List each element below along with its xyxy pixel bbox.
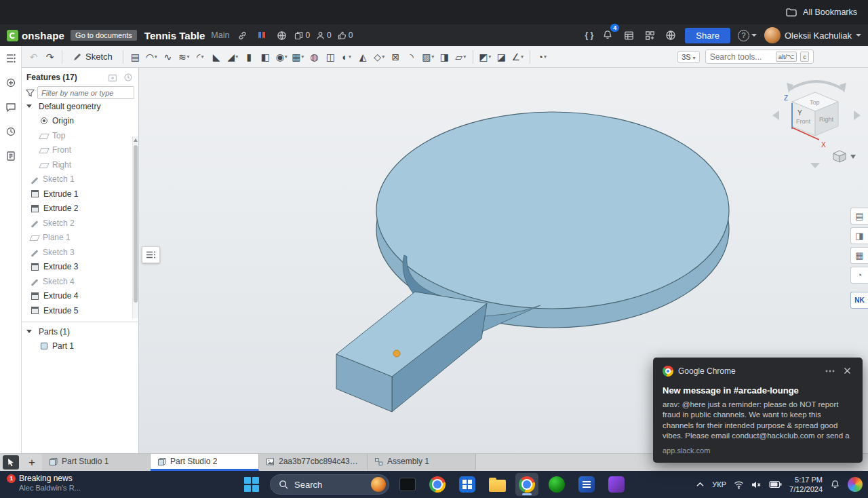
feature-list-icon[interactable] (4, 52, 18, 65)
sketch-button[interactable]: Sketch (66, 50, 119, 64)
feature-plane-1[interactable]: Plane 1 (22, 231, 138, 246)
go-to-documents-button[interactable]: Go to documents (71, 30, 137, 41)
side-panel-tab-3[interactable]: ▦ (850, 247, 868, 264)
tool-sweep[interactable]: ∿ (160, 49, 176, 65)
workspace-branch[interactable]: Main (211, 31, 229, 40)
all-bookmarks-label[interactable]: All Bookmarks (803, 7, 857, 17)
file-explorer-icon[interactable] (486, 473, 509, 496)
arrow-left-icon[interactable] (772, 111, 779, 120)
tab-image[interactable]: 2aa3b77cbc894c4392c... (259, 454, 368, 471)
tool-draft[interactable]: ◢ (225, 49, 241, 65)
purple-app-icon[interactable] (605, 473, 628, 496)
history-icon[interactable] (4, 125, 18, 138)
search-tools-field[interactable]: alt/⌥ c (705, 50, 814, 64)
notification-bell-icon[interactable] (830, 480, 840, 490)
monitor-app-icon[interactable] (396, 473, 419, 496)
side-panel-tab-4[interactable]: ◔ (850, 267, 868, 284)
feature-sketch-3[interactable]: Sketch 3 (22, 245, 138, 260)
tool-sheet-metal[interactable]: ◩ (477, 49, 493, 65)
xbox-app-icon[interactable] (545, 473, 568, 496)
featurescript-code-icon[interactable] (585, 31, 594, 40)
tab-part-studio-1[interactable]: Part Studio 1 (42, 454, 151, 471)
tool-delete-part[interactable]: ⊠ (388, 49, 403, 65)
part-item[interactable]: Part 1 (22, 339, 138, 354)
tool-loft[interactable]: ≋ (176, 49, 192, 65)
feature-filter-input[interactable] (37, 86, 134, 99)
tool-rib[interactable]: ▮ (241, 49, 257, 65)
notes-icon[interactable] (4, 149, 18, 163)
feature-origin[interactable]: Origin (22, 114, 138, 129)
rollback-clock-icon[interactable] (123, 72, 134, 83)
feature-default-geometry[interactable]: Default geometry (22, 102, 138, 114)
view-cube[interactable]: Top Front Right Z Y X (769, 72, 864, 168)
tool-revolve[interactable]: ◠ (144, 49, 159, 65)
tab-part-studio-2[interactable]: Part Studio 2 (151, 454, 259, 471)
tool-flange[interactable]: ◪ (494, 49, 509, 65)
tool-circular-pattern[interactable]: ◍ (307, 49, 322, 65)
feature-top-plane[interactable]: Top (22, 128, 138, 143)
pointer-tool-cell[interactable] (0, 454, 22, 471)
tool-split[interactable]: ◭ (355, 49, 371, 65)
tool-extrude[interactable]: ▤ (127, 49, 143, 65)
chrome-active-app-icon[interactable] (515, 473, 538, 496)
feature-extrude-4[interactable]: Extrude 4 (22, 289, 138, 304)
share-button[interactable]: Share (685, 28, 730, 43)
notification-close-icon[interactable] (841, 365, 853, 377)
tool-linear-pattern[interactable]: ▦ (290, 49, 306, 65)
feature-extrude-1[interactable]: Extrude 1 (22, 187, 138, 202)
taskbar-search[interactable]: Search (270, 474, 389, 495)
likes-stat[interactable]: 0 (338, 31, 353, 40)
tool-delete-face[interactable]: ▨ (420, 49, 436, 65)
tool-mirror[interactable]: ◫ (323, 49, 338, 65)
folder-add-icon[interactable] (107, 72, 118, 83)
mate-connector-point[interactable] (393, 350, 400, 357)
chrome-notification[interactable]: Google Chrome New message in #arcade-lou… (653, 358, 863, 463)
copies-stat[interactable]: 0 (294, 31, 310, 40)
colorful-app-icon[interactable] (848, 477, 863, 492)
view-options-cube[interactable] (833, 151, 856, 162)
undo-button[interactable]: ↶ (26, 49, 41, 65)
news-widget[interactable]: 1 Breaking news Alec Baldwin's R... (7, 474, 81, 493)
scroll-up-icon[interactable] (134, 138, 138, 142)
public-globe-icon[interactable] (275, 28, 288, 42)
tool-bend[interactable]: ∠ (510, 49, 526, 65)
tool-move-face[interactable]: ◨ (437, 49, 452, 65)
feature-front-plane[interactable]: Front (22, 143, 138, 158)
start-button[interactable] (240, 473, 263, 496)
side-panel-tab-nk[interactable] (850, 292, 868, 309)
tool-modify-fillet[interactable]: ◝ (404, 49, 420, 65)
parts-group-row[interactable]: Parts (1) (22, 324, 138, 339)
tool-boolean[interactable]: ◐ (339, 49, 355, 65)
wifi-icon[interactable] (734, 480, 744, 489)
chrome-app-icon[interactable] (426, 473, 449, 496)
add-tab-button[interactable] (22, 454, 42, 471)
help-menu[interactable] (738, 30, 757, 41)
search-tools-input[interactable] (710, 52, 772, 62)
feature-sketch-2[interactable]: Sketch 2 (22, 216, 138, 231)
feature-sketch-1[interactable]: Sketch 1 (22, 172, 138, 187)
tab-assembly-1[interactable]: Assembly 1 (368, 454, 476, 471)
tool-offset-surface[interactable]: ▱ (453, 49, 469, 65)
clock[interactable]: 5:17 PM 7/12/2024 (789, 475, 823, 495)
tool-transform[interactable]: ◇ (372, 49, 387, 65)
redo-button[interactable]: ↷ (42, 49, 58, 65)
blade-top-face[interactable] (376, 112, 729, 309)
feature-extrude-2[interactable]: Extrude 2 (22, 202, 138, 216)
rotate-arc-icon[interactable] (789, 81, 844, 90)
language-indicator[interactable]: УКР (712, 480, 726, 489)
store-app-icon[interactable] (456, 473, 479, 496)
notification-more-icon[interactable] (824, 365, 836, 377)
folder-icon[interactable] (785, 5, 798, 19)
scrollbar-thumb[interactable] (134, 145, 138, 303)
feature-right-plane[interactable]: Right (22, 157, 138, 172)
battery-icon[interactable] (769, 480, 782, 489)
feature-extrude-5[interactable]: Extrude 5 (22, 303, 138, 318)
notifications-bell-icon[interactable]: 4 (601, 28, 614, 42)
word-app-icon[interactable] (575, 473, 598, 496)
tray-chevron-icon[interactable] (696, 481, 705, 488)
feature-extrude-3[interactable]: Extrude 3 (22, 260, 138, 275)
side-panel-tab-1[interactable]: ▤ (850, 208, 868, 225)
tool-chamfer[interactable]: ◣ (209, 49, 224, 65)
arrow-down-icon[interactable] (810, 163, 820, 168)
comments-icon[interactable] (4, 100, 18, 114)
